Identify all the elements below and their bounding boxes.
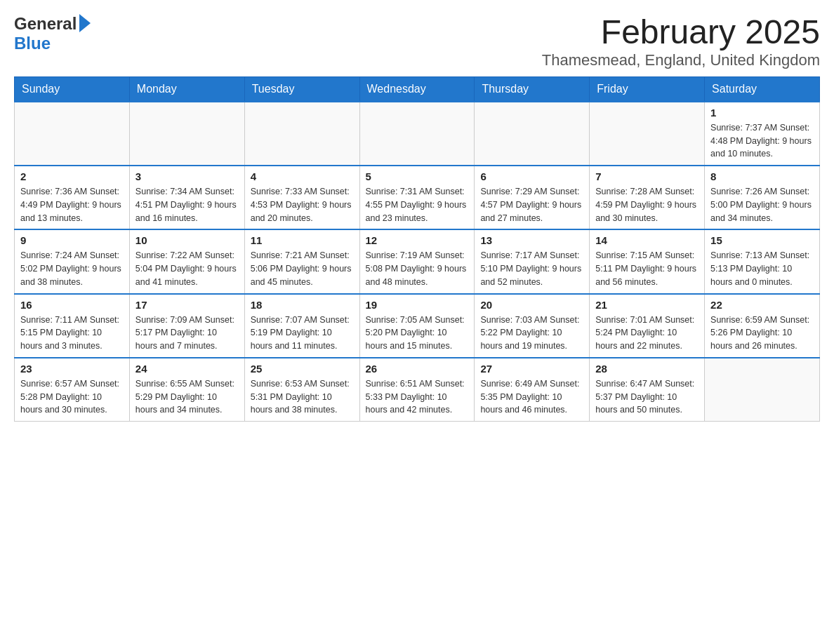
calendar-cell: 20Sunrise: 7:03 AM Sunset: 5:22 PM Dayli… [475, 294, 590, 358]
day-number: 15 [710, 234, 814, 246]
day-info: Sunrise: 6:53 AM Sunset: 5:31 PM Dayligh… [251, 377, 354, 417]
day-number: 22 [710, 299, 814, 311]
day-number: 1 [710, 107, 814, 119]
calendar-cell: 18Sunrise: 7:07 AM Sunset: 5:19 PM Dayli… [244, 294, 359, 358]
day-info: Sunrise: 7:29 AM Sunset: 4:57 PM Dayligh… [480, 185, 583, 224]
calendar-cell: 13Sunrise: 7:17 AM Sunset: 5:10 PM Dayli… [475, 229, 590, 293]
day-info: Sunrise: 7:09 AM Sunset: 5:17 PM Dayligh… [135, 314, 239, 353]
day-number: 19 [366, 299, 469, 311]
calendar-cell: 25Sunrise: 6:53 AM Sunset: 5:31 PM Dayli… [244, 358, 359, 422]
calendar-cell: 6Sunrise: 7:29 AM Sunset: 4:57 PM Daylig… [475, 166, 590, 229]
day-info: Sunrise: 6:51 AM Sunset: 5:33 PM Dayligh… [366, 377, 469, 417]
day-info: Sunrise: 7:24 AM Sunset: 5:02 PM Dayligh… [20, 249, 124, 288]
day-number: 8 [710, 170, 814, 182]
day-info: Sunrise: 7:31 AM Sunset: 4:55 PM Dayligh… [366, 185, 469, 224]
calendar-cell [590, 102, 705, 166]
calendar-cell: 21Sunrise: 7:01 AM Sunset: 5:24 PM Dayli… [590, 294, 705, 358]
day-number: 24 [135, 363, 239, 375]
logo: General Blue [14, 14, 91, 53]
logo-triangle-icon [79, 14, 91, 32]
day-number: 26 [366, 363, 469, 375]
day-info: Sunrise: 7:21 AM Sunset: 5:06 PM Dayligh… [251, 249, 354, 288]
calendar-cell [475, 102, 590, 166]
day-number: 11 [251, 234, 354, 246]
calendar-cell: 7Sunrise: 7:28 AM Sunset: 4:59 PM Daylig… [590, 166, 705, 229]
title-block: February 2025 Thamesmead, England, Unite… [542, 14, 820, 69]
day-info: Sunrise: 6:59 AM Sunset: 5:26 PM Dayligh… [710, 314, 814, 353]
day-number: 28 [595, 363, 699, 375]
day-info: Sunrise: 7:22 AM Sunset: 5:04 PM Dayligh… [135, 249, 239, 288]
calendar-cell: 3Sunrise: 7:34 AM Sunset: 4:51 PM Daylig… [129, 166, 244, 229]
calendar-header-row: SundayMondayTuesdayWednesdayThursdayFrid… [15, 76, 820, 102]
calendar-day-header: Monday [129, 76, 244, 102]
day-number: 4 [251, 170, 354, 182]
calendar-cell [15, 102, 130, 166]
calendar-cell: 26Sunrise: 6:51 AM Sunset: 5:33 PM Dayli… [359, 358, 475, 422]
day-info: Sunrise: 6:57 AM Sunset: 5:28 PM Dayligh… [20, 377, 124, 417]
calendar-cell: 1Sunrise: 7:37 AM Sunset: 4:48 PM Daylig… [705, 102, 820, 166]
calendar-day-header: Thursday [475, 76, 590, 102]
day-info: Sunrise: 7:36 AM Sunset: 4:49 PM Dayligh… [20, 185, 124, 224]
calendar-cell: 28Sunrise: 6:47 AM Sunset: 5:37 PM Dayli… [590, 358, 705, 422]
calendar-week-row: 23Sunrise: 6:57 AM Sunset: 5:28 PM Dayli… [15, 358, 820, 422]
day-info: Sunrise: 7:28 AM Sunset: 4:59 PM Dayligh… [595, 185, 699, 224]
calendar-cell: 4Sunrise: 7:33 AM Sunset: 4:53 PM Daylig… [244, 166, 359, 229]
day-number: 27 [480, 363, 583, 375]
day-number: 7 [595, 170, 699, 182]
calendar-cell: 10Sunrise: 7:22 AM Sunset: 5:04 PM Dayli… [129, 229, 244, 293]
calendar-cell: 2Sunrise: 7:36 AM Sunset: 4:49 PM Daylig… [15, 166, 130, 229]
calendar-cell: 23Sunrise: 6:57 AM Sunset: 5:28 PM Dayli… [15, 358, 130, 422]
day-number: 18 [251, 299, 354, 311]
day-info: Sunrise: 7:01 AM Sunset: 5:24 PM Dayligh… [595, 314, 699, 353]
calendar-cell: 5Sunrise: 7:31 AM Sunset: 4:55 PM Daylig… [359, 166, 475, 229]
day-number: 6 [480, 170, 583, 182]
calendar-week-row: 1Sunrise: 7:37 AM Sunset: 4:48 PM Daylig… [15, 102, 820, 166]
day-number: 10 [135, 234, 239, 246]
page-title: February 2025 [542, 14, 820, 51]
calendar-cell: 19Sunrise: 7:05 AM Sunset: 5:20 PM Dayli… [359, 294, 475, 358]
day-info: Sunrise: 7:26 AM Sunset: 5:00 PM Dayligh… [710, 185, 814, 224]
calendar-week-row: 9Sunrise: 7:24 AM Sunset: 5:02 PM Daylig… [15, 229, 820, 293]
calendar-cell: 9Sunrise: 7:24 AM Sunset: 5:02 PM Daylig… [15, 229, 130, 293]
calendar-cell [359, 102, 475, 166]
day-number: 5 [366, 170, 469, 182]
calendar-day-header: Saturday [705, 76, 820, 102]
calendar-cell: 14Sunrise: 7:15 AM Sunset: 5:11 PM Dayli… [590, 229, 705, 293]
calendar-cell: 17Sunrise: 7:09 AM Sunset: 5:17 PM Dayli… [129, 294, 244, 358]
page-header: General Blue February 2025 Thamesmead, E… [14, 14, 820, 69]
calendar-cell: 22Sunrise: 6:59 AM Sunset: 5:26 PM Dayli… [705, 294, 820, 358]
page-subtitle: Thamesmead, England, United Kingdom [542, 51, 820, 69]
calendar-cell: 11Sunrise: 7:21 AM Sunset: 5:06 PM Dayli… [244, 229, 359, 293]
calendar-cell: 27Sunrise: 6:49 AM Sunset: 5:35 PM Dayli… [475, 358, 590, 422]
day-number: 13 [480, 234, 583, 246]
day-info: Sunrise: 7:37 AM Sunset: 4:48 PM Dayligh… [710, 121, 814, 161]
day-number: 12 [366, 234, 469, 246]
day-info: Sunrise: 7:07 AM Sunset: 5:19 PM Dayligh… [251, 314, 354, 353]
day-info: Sunrise: 7:05 AM Sunset: 5:20 PM Dayligh… [366, 314, 469, 353]
calendar-cell: 24Sunrise: 6:55 AM Sunset: 5:29 PM Dayli… [129, 358, 244, 422]
day-number: 9 [20, 234, 124, 246]
day-number: 2 [20, 170, 124, 182]
day-info: Sunrise: 7:03 AM Sunset: 5:22 PM Dayligh… [480, 314, 583, 353]
calendar-cell: 15Sunrise: 7:13 AM Sunset: 5:13 PM Dayli… [705, 229, 820, 293]
day-info: Sunrise: 7:11 AM Sunset: 5:15 PM Dayligh… [20, 314, 124, 353]
logo-general-text: General [14, 14, 77, 34]
day-info: Sunrise: 7:19 AM Sunset: 5:08 PM Dayligh… [366, 249, 469, 288]
day-info: Sunrise: 7:34 AM Sunset: 4:51 PM Dayligh… [135, 185, 239, 224]
calendar-cell: 12Sunrise: 7:19 AM Sunset: 5:08 PM Dayli… [359, 229, 475, 293]
day-number: 16 [20, 299, 124, 311]
day-number: 21 [595, 299, 699, 311]
day-info: Sunrise: 7:15 AM Sunset: 5:11 PM Dayligh… [595, 249, 699, 288]
day-info: Sunrise: 6:49 AM Sunset: 5:35 PM Dayligh… [480, 377, 583, 417]
calendar-day-header: Sunday [15, 76, 130, 102]
calendar-cell [705, 358, 820, 422]
day-number: 17 [135, 299, 239, 311]
day-number: 14 [595, 234, 699, 246]
day-info: Sunrise: 7:17 AM Sunset: 5:10 PM Dayligh… [480, 249, 583, 288]
day-number: 3 [135, 170, 239, 182]
day-number: 23 [20, 363, 124, 375]
day-info: Sunrise: 6:55 AM Sunset: 5:29 PM Dayligh… [135, 377, 239, 417]
day-info: Sunrise: 7:33 AM Sunset: 4:53 PM Dayligh… [251, 185, 354, 224]
calendar-day-header: Friday [590, 76, 705, 102]
day-info: Sunrise: 6:47 AM Sunset: 5:37 PM Dayligh… [595, 377, 699, 417]
